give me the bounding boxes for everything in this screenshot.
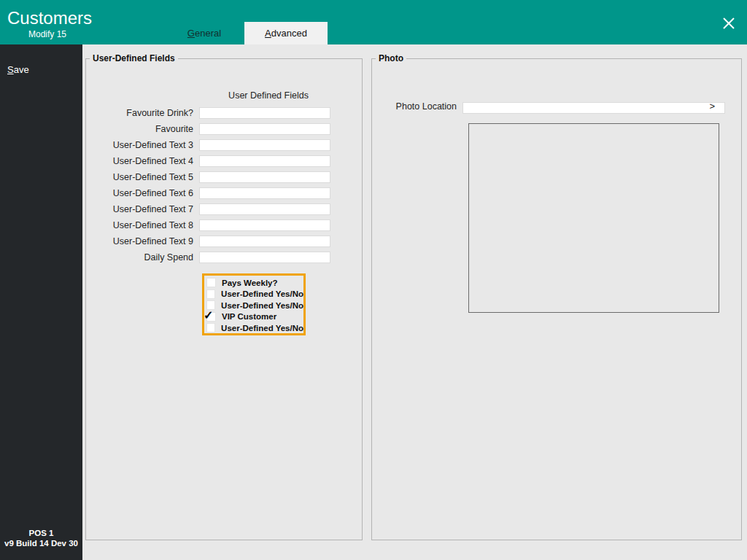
- close-icon: [721, 15, 737, 34]
- user-defined-text-8-input[interactable]: [199, 219, 330, 231]
- field-label: User-Defined Text 5: [96, 172, 199, 182]
- tab-general-label: General: [164, 22, 244, 44]
- field-row: User-Defined Text 4: [96, 153, 330, 169]
- user-defined-text-9-input[interactable]: [199, 236, 330, 247]
- checkbox-label: VIP Customer: [222, 312, 276, 321]
- field-label: Daily Spend: [96, 252, 199, 262]
- check-icon: ✓: [204, 308, 213, 322]
- field-label: User-Defined Text 6: [96, 188, 199, 198]
- field-rows: Favourite Drink? Favourite User-Defined …: [96, 105, 330, 265]
- field-label: Favourite Drink?: [96, 108, 199, 118]
- photo-location-row: Photo Location >: [372, 100, 725, 113]
- checkbox-label: User-Defined Yes/No: [221, 301, 303, 310]
- page-title: Customers: [7, 8, 92, 28]
- tab-advanced-label: Advanced: [244, 22, 328, 44]
- tab-advanced[interactable]: Advanced: [244, 22, 328, 44]
- favourite-input[interactable]: [199, 123, 330, 135]
- user-defined-fields-group: User-Defined Fields User Defined Fields …: [85, 58, 363, 540]
- field-row: User-Defined Text 9: [96, 233, 330, 249]
- photo-location-label: Photo Location: [372, 101, 462, 112]
- user-defined-text-7-input[interactable]: [199, 203, 330, 215]
- field-label: User-Defined Text 8: [96, 220, 199, 230]
- checkbox-label: User-Defined Yes/No: [221, 289, 303, 298]
- field-label: User-Defined Text 3: [96, 140, 199, 150]
- field-row: User-Defined Text 7: [96, 201, 330, 217]
- photo-group-title: Photo: [376, 53, 406, 63]
- field-label: User-Defined Text 9: [96, 236, 199, 246]
- checkbox-label: User-Defined Yes/No: [221, 324, 303, 332]
- field-row: Favourite: [96, 121, 330, 137]
- field-row: Daily Spend: [96, 249, 330, 265]
- favourite-drink-input[interactable]: [199, 107, 330, 119]
- checkbox-row: ✓ User-Defined Yes/No: [204, 289, 303, 300]
- field-row: User-Defined Text 5: [96, 169, 330, 185]
- version-label: v9 Build 14 Dev 30: [0, 538, 82, 548]
- user-defined-text-5-input[interactable]: [199, 171, 330, 183]
- user-defined-yesno-1-checkbox[interactable]: [206, 289, 215, 299]
- checkbox-row: ✓ VIP Customer: [204, 311, 303, 323]
- browse-photo-button[interactable]: >: [709, 101, 715, 112]
- photo-group: Photo Photo Location >: [371, 58, 742, 540]
- photo-preview-area: [468, 123, 719, 313]
- page-subtitle: Modify 15: [7, 29, 88, 39]
- column-header: User Defined Fields: [203, 90, 334, 101]
- user-defined-fields-group-title: User-Defined Fields: [90, 53, 178, 63]
- field-row: User-Defined Text 3: [96, 137, 330, 153]
- sidebar: Save POS 1 v9 Build 14 Dev 30: [0, 44, 82, 560]
- checkbox-row: ✓ User-Defined Yes/No: [204, 322, 303, 334]
- customers-window: Customers Modify 15 General Advanced Sav…: [0, 0, 747, 560]
- terminal-name: POS 1: [0, 528, 82, 538]
- user-defined-text-3-input[interactable]: [199, 139, 330, 151]
- checkbox-label: Pays Weekly?: [222, 279, 278, 287]
- pos-info: POS 1 v9 Build 14 Dev 30: [0, 528, 82, 548]
- field-label: User-Defined Text 4: [96, 156, 199, 166]
- photo-location-input[interactable]: [462, 102, 725, 114]
- checkbox-group-highlight: ✓ Pays Weekly? ✓ User-Defined Yes/No ✓ U…: [202, 273, 306, 335]
- checkbox-row: ✓ Pays Weekly?: [204, 277, 303, 289]
- title-bar: Customers Modify 15 General Advanced: [0, 0, 747, 44]
- field-label: User-Defined Text 7: [96, 204, 199, 214]
- tab-general[interactable]: General: [164, 22, 244, 44]
- field-label: Favourite: [96, 124, 199, 134]
- user-defined-text-6-input[interactable]: [199, 187, 330, 199]
- close-button[interactable]: [719, 15, 738, 34]
- daily-spend-input[interactable]: [199, 252, 330, 263]
- pays-weekly-checkbox[interactable]: [206, 278, 216, 287]
- photo-location-field-wrap: >: [462, 101, 725, 112]
- field-row: User-Defined Text 8: [96, 217, 330, 233]
- field-row: Favourite Drink?: [96, 105, 330, 121]
- field-row: User-Defined Text 6: [96, 185, 330, 201]
- user-defined-text-4-input[interactable]: [199, 155, 330, 167]
- checkbox-row: ✓ User-Defined Yes/No: [204, 300, 303, 311]
- user-defined-yesno-3-checkbox[interactable]: [206, 323, 215, 332]
- save-button[interactable]: Save: [7, 64, 29, 75]
